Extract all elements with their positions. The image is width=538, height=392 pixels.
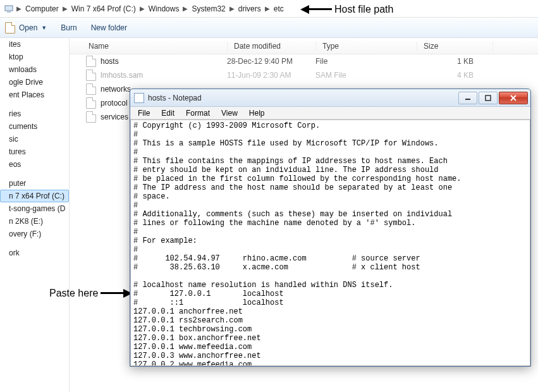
open-label: Open [19,23,37,32]
sidebar-item[interactable]: n 2K8 (E:) [0,215,69,228]
maximize-button[interactable] [479,92,498,104]
sidebar-item-selected[interactable]: n 7 x64 Prof (C:) [0,190,69,202]
svg-rect-0 [5,6,13,11]
burn-button[interactable]: Burn [61,23,76,32]
breadcrumb-item[interactable]: drivers [237,4,262,13]
sidebar-item[interactable]: eos [0,158,69,171]
col-date[interactable]: Date modified [228,42,316,51]
breadcrumb-item[interactable]: Computer [24,4,60,13]
menu-help[interactable]: Help [244,107,270,119]
file-date: 28-Dec-12 9:40 PM [227,57,315,66]
sidebar-item[interactable]: puter [0,177,69,190]
column-headers: Name Date modified Type Size [70,38,538,54]
sidebar-item[interactable]: ogle Drive [0,76,69,89]
file-name: hosts [101,57,227,66]
file-date: 11-Jun-09 2:30 AM [227,71,315,80]
sidebar-item[interactable]: overy (F:) [0,228,69,240]
notepad-title: hosts - Notepad [148,94,458,102]
file-icon [86,111,96,123]
breadcrumb-item[interactable]: System32 [190,4,226,13]
file-icon [86,70,96,81]
file-type: SAM File [315,71,417,80]
file-size: 1 KB [417,57,492,66]
breadcrumb-item[interactable]: etc [272,4,285,13]
sidebar-item[interactable]: ktop [0,51,69,63]
svg-rect-1 [7,11,11,13]
breadcrumb: ▶ Computer ▶ Win 7 x64 Prof (C:) ▶ Windo… [0,0,538,18]
sidebar-item[interactable]: tures [0,145,69,158]
file-size: 4 KB [417,71,492,80]
file-type: File [315,57,417,66]
notepad-titlebar[interactable]: hosts - Notepad [130,89,530,107]
notepad-textarea[interactable]: # Copyright (c) 1993-2009 Microsoft Corp… [130,119,530,366]
col-name[interactable]: Name [70,42,228,51]
svg-rect-3 [486,95,491,101]
chevron-right-icon: ▶ [227,5,237,12]
notepad-icon [134,93,144,103]
nav-sidebar: ites ktop wnloads ogle Drive ent Places … [0,38,70,392]
sidebar-item[interactable]: ork [0,247,69,259]
chevron-right-icon: ▶ [60,5,70,12]
table-row[interactable]: lmhosts.sam 11-Jun-09 2:30 AM SAM File 4… [70,68,538,82]
sidebar-item[interactable]: ries [0,107,69,120]
sidebar-item[interactable]: wnloads [0,63,69,76]
close-button[interactable] [499,92,528,104]
minimize-button[interactable] [458,92,477,104]
col-type[interactable]: Type [316,42,417,51]
new-folder-button[interactable]: New folder [91,23,127,32]
menu-edit[interactable]: Edit [156,107,180,119]
sidebar-item[interactable]: t-song-games (D [0,202,69,215]
notepad-menubar: File Edit Format View Help [130,107,530,119]
chevron-right-icon: ▶ [14,5,24,12]
table-row[interactable]: hosts 28-Dec-12 9:40 PM File 1 KB [70,54,538,68]
sidebar-item[interactable]: ent Places [0,89,69,101]
col-size[interactable]: Size [417,42,493,51]
dropdown-caret-icon: ▼ [41,25,47,31]
sidebar-item[interactable]: ites [0,38,69,51]
menu-view[interactable]: View [216,107,243,119]
menu-file[interactable]: File [133,107,155,119]
chevron-right-icon: ▶ [137,5,147,12]
sidebar-item[interactable]: cuments [0,120,69,133]
open-button[interactable]: Open ▼ [5,22,47,34]
file-icon [86,56,96,67]
menu-format[interactable]: Format [181,107,215,119]
breadcrumb-item[interactable]: Win 7 x64 Prof (C:) [70,4,137,13]
breadcrumb-item[interactable]: Windows [147,4,181,13]
file-icon [86,83,96,95]
file-icon [5,22,15,34]
sidebar-item[interactable]: sic [0,133,69,145]
file-name: lmhosts.sam [101,71,227,80]
chevron-right-icon: ▶ [180,5,190,12]
computer-icon [4,4,14,14]
file-icon [86,97,96,109]
chevron-right-icon: ▶ [262,5,272,12]
notepad-window: hosts - Notepad File Edit Format View He… [130,89,531,367]
explorer-toolbar: Open ▼ Burn New folder [0,18,538,38]
